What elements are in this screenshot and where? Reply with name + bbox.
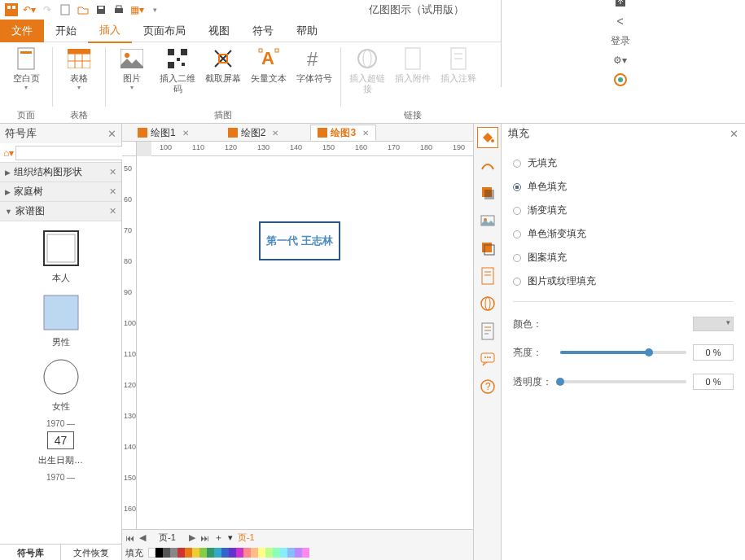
brightness-value[interactable]: 0 % [693,344,734,361]
font-symbol-button[interactable]: # 字体符号 [293,44,335,87]
opacity-slider[interactable] [560,380,686,383]
open-icon[interactable] [77,3,90,16]
color-swatch[interactable] [273,548,280,558]
color-swatch[interactable] [163,548,170,558]
color-swatch[interactable] [214,548,221,558]
panel-close-icon[interactable]: ✕ [107,128,116,140]
category-genealogy[interactable]: ▼家谱图✕ [0,202,121,221]
picture-button[interactable]: 图片▾ [111,44,153,94]
color-swatch[interactable] [185,548,192,558]
color-swatch[interactable] [170,548,177,558]
qrcode-button[interactable]: 插入二维码 [156,44,199,98]
shape-female[interactable]: 女性 [5,355,116,413]
menu-view[interactable]: 视图 [197,20,241,42]
color-swatch[interactable] [287,548,295,558]
page-select[interactable]: 页-1 [151,532,184,544]
category-org[interactable]: ▶组织结构图形状✕ [0,163,121,182]
web-tool-icon[interactable] [477,293,498,314]
page-last-icon[interactable]: ⏭ [200,533,209,543]
page-tool-icon[interactable] [477,265,498,287]
color-swatch[interactable] [302,548,309,558]
color-swatch[interactable] [192,548,199,558]
share-icon[interactable]: < [616,15,623,28]
page-name[interactable]: 页-1 [238,532,255,544]
menu-layout[interactable]: 页面布局 [132,20,197,42]
search-input[interactable] [15,146,136,160]
color-swatch[interactable] [199,548,207,558]
new-icon[interactable] [59,3,72,16]
export-icon[interactable] [614,0,627,8]
menu-help[interactable]: 帮助 [285,20,329,42]
menu-file[interactable]: 文件 [0,20,44,42]
opacity-value[interactable]: 0 % [693,374,734,390]
fill-opt-solid-grad[interactable]: 单色渐变填充 [513,222,734,246]
page-add-icon[interactable]: ＋ [214,532,223,544]
color-swatch[interactable] [207,548,214,558]
color-swatch[interactable] [295,548,302,558]
qat-dd-icon[interactable]: ▾ [148,3,161,16]
home-icon[interactable]: ⌂▾ [3,147,14,159]
shape-birthdate[interactable]: 1970 — [5,473,116,482]
color-swatch[interactable] [265,548,273,558]
color-swatch[interactable] [148,548,156,558]
color-swatch[interactable] [177,548,185,558]
menu-insert[interactable]: 插入 [88,19,132,43]
shadow-tool-icon[interactable] [477,182,498,203]
print-icon[interactable] [112,3,125,16]
color-swatch[interactable] [221,548,229,558]
page-first-icon[interactable]: ⏮ [125,533,134,543]
shape-age[interactable]: 1970 — 47 出生日期… [5,419,116,466]
blank-page-button[interactable]: 空白页▾ [5,44,47,94]
undo-icon[interactable]: ↶▾ [23,3,36,16]
login-link[interactable]: 登录 [611,34,630,48]
fill-tool-icon[interactable] [477,127,498,148]
menu-start[interactable]: 开始 [44,20,88,42]
color-swatch[interactable] [243,548,251,558]
fill-opt-texture[interactable]: 图片或纹理填充 [513,269,734,293]
fill-opt-none[interactable]: 无填充 [513,151,734,175]
color-swatch[interactable] [251,548,258,558]
fill-opt-gradient[interactable]: 渐变填充 [513,199,734,222]
page-next-icon[interactable]: ▶ [189,532,195,543]
gear-icon[interactable]: ⚙▾ [613,55,627,66]
brightness-slider[interactable] [560,351,686,354]
svg-rect-20 [168,49,174,55]
color-swatch[interactable] [258,548,265,558]
screenshot-button[interactable]: 截取屏幕 [202,44,244,87]
logo-icon[interactable] [613,72,628,87]
table-button[interactable]: 表格▾ [58,44,100,94]
chat-tool-icon[interactable] [477,348,498,370]
page-menu-icon[interactable]: ▾ [228,532,233,543]
tab-file-recover[interactable]: 文件恢复 [61,545,121,560]
help-tool-icon[interactable]: ? [477,376,498,397]
fill-panel-close-icon[interactable]: ✕ [730,128,738,140]
doc-tab-2[interactable]: 绘图2✕ [221,125,287,141]
category-family[interactable]: ▶家庭树✕ [0,182,121,202]
line-tool-icon[interactable] [477,155,498,176]
tab-symbol-lib[interactable]: 符号库 [0,545,61,560]
text-tool-icon[interactable] [477,321,498,342]
canvas[interactable]: 第一代 王志林 [137,156,473,529]
doc-tab-3[interactable]: 绘图3✕ [310,125,376,141]
svg-rect-11 [18,48,34,69]
color-swatch[interactable] [229,548,236,558]
shape-male[interactable]: 男性 [5,291,116,348]
redo-icon[interactable]: ↷ [41,3,54,16]
color-picker[interactable] [693,317,734,331]
menu-symbol[interactable]: 符号 [241,20,285,42]
save-icon[interactable] [94,3,107,16]
node-first-gen[interactable]: 第一代 王志林 [259,221,340,260]
page-prev-icon[interactable]: ◀ [139,532,146,543]
color-swatch[interactable] [156,548,163,558]
options-icon[interactable]: ▦▾ [130,3,143,16]
doc-tab-1[interactable]: 绘图1✕ [130,125,196,141]
fill-opt-pattern[interactable]: 图案填充 [513,246,734,269]
shape-self[interactable]: 本人 [5,226,116,284]
ruler-vertical: 5060708090100110120130140150160 [122,156,137,529]
color-swatch[interactable] [280,548,287,558]
layer-tool-icon[interactable] [477,238,498,259]
color-swatch[interactable] [236,548,243,558]
vector-text-button[interactable]: A 矢量文本 [248,44,290,87]
fill-opt-solid[interactable]: 单色填充 [513,175,734,199]
image-tool-icon[interactable] [477,210,498,231]
